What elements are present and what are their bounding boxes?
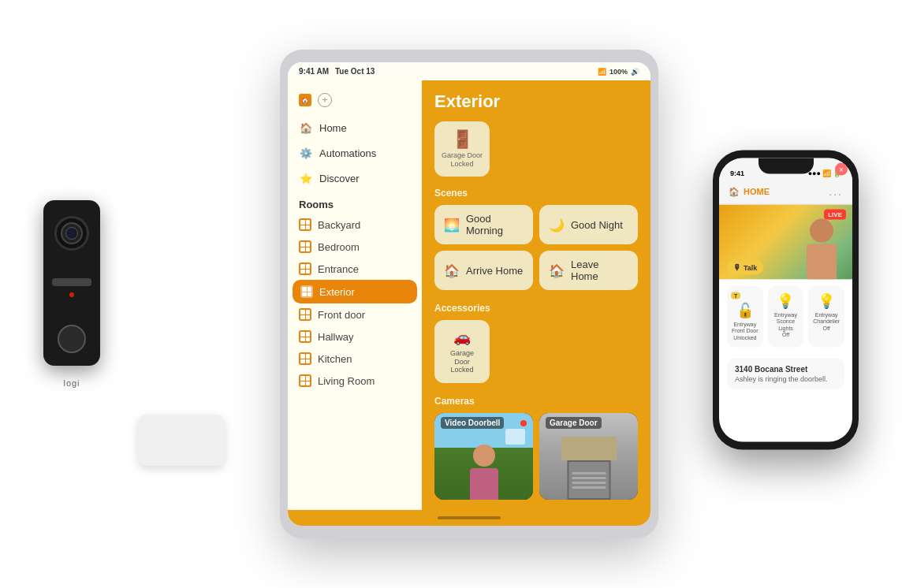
phone-person-silhouette [807, 219, 837, 280]
phone-accessories-grid: T 🔓 EntrywayFront DoorUnlocked 💡 Entrywa… [719, 280, 852, 354]
phone-device: × 9:41 ●●● 📶 🔋 🏠 HOME ... [713, 151, 859, 450]
small-device [138, 415, 225, 466]
phone-menu-button[interactable]: ... [829, 185, 843, 198]
sidebar-discover-label: Discover [319, 173, 360, 184]
camera-garage-door[interactable]: Garage Door [539, 413, 638, 500]
good-morning-icon: 🌅 [444, 218, 460, 233]
sidebar-item-front-door[interactable]: Front door [288, 303, 422, 326]
sidebar-item-home[interactable]: 🏠 Home [288, 115, 422, 140]
sidebar-item-entrance[interactable]: Entrance [288, 258, 422, 280]
talk-button[interactable]: 🎙 Talk [727, 260, 763, 275]
garage-icon: 🚪 [452, 129, 473, 150]
sidebar-top: 🏠 + [288, 90, 422, 115]
discover-icon: ⭐ [299, 171, 313, 185]
sidebar-automations-label: Automations [319, 147, 376, 159]
add-room-button[interactable]: + [318, 93, 332, 107]
tablet-status-bar: 9:41 AM Tue Oct 13 📶 100% 🔊 [288, 62, 650, 80]
arrive-home-icon: 🏠 [444, 263, 460, 278]
sconce-icon: 💡 [777, 292, 794, 310]
scenes-grid: 🌅 Good Morning 🌙 Good Night 🏠 Arrive Hom… [434, 205, 638, 290]
camera-garage-name: Garage Door [546, 417, 602, 429]
garage-top-area: 🚪 Garage DoorLocked [434, 121, 638, 177]
leave-home-icon: 🏠 [549, 263, 565, 278]
arrive-home-label: Arrive Home [466, 265, 523, 277]
page-title: Exterior [434, 91, 638, 112]
scene-good-morning[interactable]: 🌅 Good Morning [434, 205, 533, 244]
tablet-content-area: 🏠 + 🏠 Home ⚙️ Automations ⭐ Discover [288, 80, 650, 510]
doorbell-camera-lens [65, 227, 78, 240]
home-indicator [438, 516, 501, 519]
doorbell-button[interactable] [58, 325, 86, 353]
phone-frame: × 9:41 ●●● 📶 🔋 🏠 HOME ... [713, 151, 859, 450]
sidebar-item-bedroom[interactable]: Bedroom [288, 236, 422, 258]
sidebar-item-kitchen[interactable]: Kitchen [288, 348, 422, 370]
phone-screen: × 9:41 ●●● 📶 🔋 🏠 HOME ... [719, 158, 852, 442]
camera-garage-bar: Garage Door [539, 413, 638, 433]
scene-good-night[interactable]: 🌙 Good Night [539, 205, 638, 244]
battery-label: 100% [609, 68, 628, 76]
tablet-time: 9:41 AM [299, 67, 329, 76]
tablet-main-content: Exterior 🚪 Garage DoorLocked Scenes 🌅 [422, 80, 650, 510]
tablet-time-date: 9:41 AM Tue Oct 13 [299, 67, 375, 76]
home-nav-icon: 🏠 [299, 121, 313, 135]
phone-accessory-front-door[interactable]: T 🔓 EntrywayFront DoorUnlocked [727, 286, 763, 348]
camera-doorbell-name: Video Doorbell [441, 417, 504, 429]
phone-home-label: 🏠 HOME [729, 186, 770, 196]
garage-door-locked-card[interactable]: 🚪 Garage DoorLocked [434, 121, 490, 177]
rooms-section-header: Rooms [288, 191, 422, 214]
front-door-icon: 🔓 [736, 302, 754, 319]
phone-time: 9:41 [730, 169, 744, 177]
phone-notch [758, 158, 814, 174]
scene-leave-home[interactable]: 🏠 Leave Home [539, 251, 638, 290]
sound-icon: 🔊 [631, 68, 639, 76]
phone-wifi-icon: 📶 [822, 169, 831, 177]
sidebar-item-living-room[interactable]: Living Room [288, 370, 422, 392]
sidebar-item-discover[interactable]: ⭐ Discover [288, 166, 422, 191]
phone-accessory-chandelier[interactable]: 💡 EntrywayChandelierOff [808, 286, 844, 348]
sconce-label: EntrywaySconce LightsOff [772, 312, 800, 339]
tablet-device: 9:41 AM Tue Oct 13 📶 100% 🔊 🏠 + [280, 50, 658, 538]
phone-live-feed: LIVE 🎙 Talk [719, 205, 852, 280]
accessories-section-label: Accessories [434, 303, 638, 314]
sidebar-home-label: Home [319, 122, 347, 134]
scene-arrive-home[interactable]: 🏠 Arrive Home [434, 251, 533, 290]
phone-home-icon: 🏠 [729, 186, 740, 196]
accessory-garage-icon: 🚗 [453, 329, 471, 346]
doorbell-camera [54, 216, 89, 251]
chandelier-label: EntrywayChandelierOff [813, 312, 840, 332]
sidebar-item-automations[interactable]: ⚙️ Automations [288, 140, 422, 166]
camera-video-doorbell[interactable]: Video Doorbell [434, 413, 533, 500]
phone-content: 🏠 HOME ... LIVE 🎙 [719, 180, 852, 442]
tablet-bottom-bar [288, 510, 650, 526]
record-dot [520, 420, 527, 426]
cameras-section-label: Cameras [434, 396, 638, 407]
good-night-icon: 🌙 [549, 218, 565, 233]
doorbell-bar [52, 278, 91, 286]
tablet-date: Tue Oct 13 [335, 67, 375, 76]
sidebar-item-hallway[interactable]: Hallway [288, 326, 422, 348]
phone-accessory-sconce[interactable]: 💡 EntrywaySconce LightsOff [768, 286, 804, 348]
sidebar-item-backyard[interactable]: Backyard [288, 214, 422, 236]
accessory-badge-t: T [731, 292, 740, 300]
tablet-screen: 9:41 AM Tue Oct 13 📶 100% 🔊 🏠 + [288, 62, 650, 526]
front-door-label: EntrywayFront DoorUnlocked [732, 322, 758, 341]
leave-home-label: Leave Home [571, 259, 628, 282]
tablet-frame: 9:41 AM Tue Oct 13 📶 100% 🔊 🏠 + [280, 50, 658, 538]
accessories-section: Accessories 🚗 GarageDoorLocked [434, 303, 638, 383]
home-icon[interactable]: 🏠 [299, 94, 311, 106]
phone-notification: 3140 Bocana Street Ashley is ringing the… [727, 359, 844, 389]
good-morning-label: Good Morning [466, 213, 524, 236]
accessory-garage-door[interactable]: 🚗 GarageDoorLocked [434, 320, 490, 383]
doorbell-body [43, 200, 100, 366]
doorbell-device: logi [43, 200, 100, 388]
cameras-section: Cameras Video Doorbell [434, 396, 638, 500]
sidebar-item-exterior[interactable]: Exterior [293, 280, 417, 303]
scenes-section-label: Scenes [434, 188, 638, 199]
close-button[interactable]: × [835, 163, 848, 176]
garage-label: Garage DoorLocked [442, 151, 483, 169]
doorbell-camera-inner [61, 222, 83, 244]
cameras-grid: Video Doorbell [434, 413, 638, 500]
chandelier-icon: 💡 [818, 292, 835, 310]
notification-message: Ashley is ringing the doorbell. [735, 375, 837, 383]
notification-address: 3140 Bocana Street [735, 365, 837, 374]
